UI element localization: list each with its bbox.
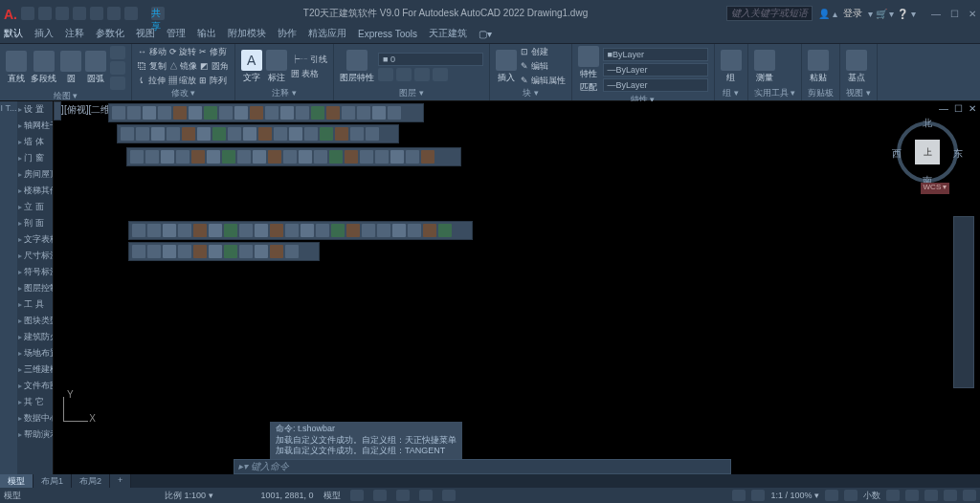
tab-parametric[interactable]: 参数化 [96, 27, 124, 40]
text-button[interactable]: A文字 [241, 50, 262, 84]
qat-open-icon[interactable] [38, 7, 52, 20]
collapsed-panel-tab[interactable]: I T... [0, 101, 17, 474]
share-button[interactable]: 共享 [151, 7, 165, 20]
floating-toolbar-3[interactable] [126, 147, 461, 166]
layer-tool-icon[interactable] [378, 68, 393, 81]
palette-item[interactable]: 建筑防火 [17, 329, 53, 345]
palette-item[interactable]: 楼梯其他 [17, 183, 53, 199]
palette-item[interactable]: 剖 面 [17, 215, 53, 231]
palette-item[interactable]: 帮助演示 [17, 426, 53, 443]
tab-collaborate[interactable]: 协作 [278, 27, 297, 40]
create-block-button[interactable]: ⊡ 创建 [521, 46, 566, 58]
tab-addins[interactable]: 附加模块 [228, 27, 266, 40]
layer-tool-icon[interactable] [433, 68, 448, 81]
tab-annotate[interactable]: 注释 [65, 27, 84, 40]
palette-item[interactable]: 三维建模 [17, 361, 53, 378]
status-ortho-icon[interactable] [396, 490, 410, 501]
status-polar-icon[interactable] [419, 490, 433, 501]
panel-label[interactable]: 实用工具 ▾ [754, 87, 796, 98]
palette-item[interactable]: 图层控制 [17, 280, 53, 296]
palette-item[interactable]: 工 具 [17, 296, 53, 313]
status-space[interactable]: 模型 [323, 490, 341, 502]
wcs-dropdown[interactable]: WCS ▾ [921, 183, 949, 194]
line-button[interactable]: 直线 [6, 51, 27, 85]
drawing-canvas[interactable]: [-][俯视][二维线框] — ☐ ✕ Y X 上 北 南 [54, 101, 980, 474]
status-clean-icon[interactable] [944, 490, 957, 501]
palette-item[interactable]: 门 窗 [17, 150, 53, 166]
tab-insert[interactable]: 插入 [34, 27, 54, 40]
edit-block-button[interactable]: ✎ 编辑 [521, 60, 566, 73]
move-button[interactable]: ↔ 移动 [138, 46, 167, 58]
table-button[interactable]: 囲 表格 [291, 68, 328, 80]
panel-label[interactable]: 绘图 ▾ [6, 90, 125, 101]
panel-label[interactable]: 组 ▾ [721, 87, 742, 98]
floating-toolbar-5[interactable] [128, 242, 320, 261]
palette-item[interactable]: 文件布图 [17, 378, 53, 394]
status-gear-icon[interactable] [825, 490, 838, 501]
tab-tangent[interactable]: 天正建筑 [429, 27, 467, 40]
status-isolate-icon[interactable] [905, 490, 919, 501]
linetype-dropdown[interactable]: ― ByLayer [603, 78, 708, 92]
qat-save-icon[interactable] [56, 7, 69, 20]
palette-item[interactable]: 房间屋顶 [17, 166, 53, 183]
vp-close-icon[interactable]: ✕ [969, 103, 976, 114]
floating-toolbar-4[interactable] [128, 221, 473, 240]
panel-label[interactable]: 剪贴板 [808, 87, 834, 98]
layout-tab-add[interactable]: + [110, 474, 131, 488]
palette-item[interactable]: 符号标注 [17, 264, 53, 280]
status-snap-icon[interactable] [373, 490, 387, 501]
group-button[interactable]: 组 [721, 50, 742, 84]
palette-item[interactable]: 图块类型 [17, 313, 53, 329]
lineweight-dropdown[interactable]: — ByLayer [603, 63, 708, 77]
floating-toolbar-2[interactable] [117, 124, 399, 143]
viewcube-top-face[interactable]: 上 [915, 140, 940, 164]
viewcube[interactable]: 上 北 南 东 西 [894, 119, 961, 186]
paste-button[interactable]: 粘贴 [808, 50, 829, 84]
status-hardware-icon[interactable] [924, 490, 938, 501]
palette-item[interactable]: 轴网柱子 [17, 118, 53, 134]
qat-new-icon[interactable] [21, 7, 34, 20]
tab-default[interactable]: 默认 [4, 27, 23, 40]
dimension-button[interactable]: 标注 [266, 50, 287, 84]
status-anno-scale[interactable]: 1:1 / 100% ▾ [770, 491, 819, 500]
navigation-bar[interactable] [953, 216, 974, 388]
compass-north[interactable]: 北 [923, 117, 932, 130]
tab-focus[interactable]: ▢▾ [479, 29, 492, 39]
vp-min-icon[interactable]: — [939, 103, 948, 114]
palette-item[interactable]: 文字表格 [17, 231, 53, 248]
maximize-icon[interactable]: ☐ [950, 9, 959, 19]
layout-tab[interactable]: 布局2 [72, 474, 110, 488]
mirror-button[interactable]: △ 镜像 [169, 60, 198, 73]
color-dropdown[interactable]: ■ ByLayer [603, 48, 708, 61]
copy-button[interactable]: ⿻ 复制 [138, 60, 167, 73]
status-custom-icon[interactable] [963, 490, 976, 501]
panel-label[interactable]: 视图 ▾ [846, 87, 871, 98]
circle-button[interactable]: 圆 [60, 51, 81, 85]
tab-view[interactable]: 视图 [136, 27, 155, 40]
palette-item[interactable]: 设 置 [17, 101, 53, 118]
command-input[interactable]: ▸▾ 键入命令 [234, 459, 731, 474]
search-input[interactable]: 键入关键字或短语 [726, 6, 813, 21]
palette-item[interactable]: 立 面 [17, 199, 53, 215]
trim-button[interactable]: ✂ 修剪 [199, 46, 227, 58]
status-grid-icon[interactable] [350, 490, 364, 501]
palette-item[interactable]: 墙 体 [17, 134, 53, 150]
leader-button[interactable]: ┝╌ 引线 [291, 54, 328, 66]
palette-item[interactable]: 数据中心 [17, 410, 53, 426]
compass-west[interactable]: 西 [892, 147, 902, 161]
status-osnap-icon[interactable] [442, 490, 456, 501]
edit-attr-button[interactable]: ✎ 编辑属性 [521, 75, 566, 87]
status-scale[interactable]: 比例 1:100 ▾ [165, 490, 213, 502]
measure-button[interactable]: 测量 [754, 50, 775, 84]
fillet-button[interactable]: ◩ 圆角 [200, 60, 229, 73]
close-icon[interactable]: ✕ [969, 9, 976, 19]
palette-item[interactable]: 尺寸标注 [17, 248, 53, 264]
arc-button[interactable]: 圆弧 [85, 51, 106, 85]
qat-redo-icon[interactable] [124, 7, 138, 20]
panel-label[interactable]: 注释 ▾ [241, 87, 328, 98]
compass-east[interactable]: 东 [953, 147, 963, 161]
tab-express[interactable]: Express Tools [358, 29, 417, 39]
status-units[interactable]: 小数 [863, 490, 880, 502]
status-tool-icon[interactable] [886, 490, 900, 501]
draw-extra-icon[interactable] [110, 61, 125, 75]
